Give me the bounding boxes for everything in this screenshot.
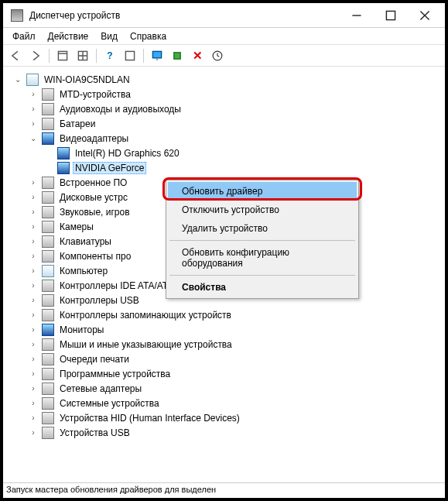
update-icon	[172, 50, 183, 61]
chevron-right-icon[interactable]: ›	[28, 427, 39, 438]
chevron-right-icon[interactable]: ›	[28, 177, 39, 188]
device-icon	[42, 88, 54, 101]
tree-item[interactable]: ›Аудиовходы и аудиовыходы	[6, 101, 442, 116]
tree-item[interactable]: ›Устройства USB	[6, 425, 442, 440]
svg-rect-3	[125, 51, 134, 60]
window-title: Диспетчер устройств	[29, 10, 340, 21]
close-button[interactable]	[408, 5, 442, 26]
network-icon	[42, 383, 54, 395]
svg-rect-0	[386, 11, 395, 19]
display-icon	[57, 162, 70, 174]
chevron-right-icon[interactable]: ›	[28, 324, 39, 335]
chevron-right-icon[interactable]: ›	[28, 89, 39, 100]
tree-item-gpu[interactable]: Intel(R) HD Graphics 620	[6, 146, 442, 160]
svg-rect-1	[58, 51, 67, 60]
tree-item[interactable]: ›Системные устройства	[6, 396, 442, 410]
camera-icon	[42, 221, 54, 233]
svg-rect-5	[174, 52, 180, 58]
chevron-right-icon[interactable]: ›	[28, 236, 39, 247]
tree-item[interactable]: ›Устройства HID (Human Interface Devices…	[6, 410, 442, 425]
tree-root[interactable]: ⌄ WIN-OIA9C5NDLAN	[6, 72, 442, 87]
menubar: Файл Действие Вид Справка	[3, 28, 445, 45]
tree-item-gpu-selected[interactable]: NVIDIA GeForce	[6, 160, 442, 175]
device-icon	[42, 177, 54, 189]
svg-rect-4	[152, 51, 161, 57]
toolbar-button-2[interactable]	[74, 47, 92, 64]
menu-action[interactable]: Действие	[42, 29, 95, 43]
chevron-right-icon[interactable]: ›	[28, 369, 39, 379]
close-icon	[419, 10, 430, 21]
scan-hardware-button[interactable]	[148, 47, 166, 64]
chevron-right-icon[interactable]: ›	[28, 280, 39, 291]
computer-icon	[42, 265, 54, 277]
chevron-right-icon[interactable]: ›	[28, 266, 39, 276]
list-icon	[125, 50, 135, 61]
computer-icon	[26, 74, 39, 86]
toolbar-button-4[interactable]	[121, 47, 139, 64]
chevron-right-icon[interactable]: ›	[28, 207, 39, 218]
context-properties[interactable]: Свойства	[168, 278, 357, 297]
chevron-right-icon[interactable]: ›	[28, 339, 39, 350]
tree-item[interactable]: ›Мониторы	[6, 322, 442, 337]
tree-item[interactable]: ›Сетевые адаптеры	[6, 381, 442, 396]
tree-item[interactable]: ›MTD-устройства	[6, 87, 442, 101]
minimize-button[interactable]	[340, 5, 374, 26]
x-icon: ✕	[193, 49, 203, 63]
tree-item[interactable]: ›Батареи	[6, 116, 442, 131]
monitor-icon	[152, 50, 162, 61]
usb-icon	[42, 294, 54, 307]
help-button[interactable]: ?	[101, 47, 119, 64]
chevron-right-icon[interactable]: ›	[28, 251, 39, 262]
uninstall-button[interactable]: ✕	[188, 47, 207, 64]
maximize-icon	[385, 10, 396, 21]
disable-button[interactable]	[208, 47, 227, 64]
maximize-button[interactable]	[374, 5, 408, 26]
battery-icon	[42, 118, 54, 130]
chevron-down-icon[interactable]: ⌄	[12, 74, 23, 85]
chevron-right-icon[interactable]: ›	[28, 104, 39, 115]
update-driver-button[interactable]	[168, 47, 186, 64]
statusbar: Запуск мастера обновления драйверов для …	[3, 482, 445, 498]
help-icon: ?	[107, 50, 112, 61]
software-icon	[42, 368, 54, 380]
audio-icon	[42, 103, 54, 115]
chevron-right-icon[interactable]: ›	[28, 383, 39, 394]
chevron-right-icon[interactable]: ›	[28, 118, 39, 129]
tree-item[interactable]: ›Контроллеры запоминающих устройств	[6, 307, 442, 322]
toolbar-button-1[interactable]	[53, 47, 72, 64]
sound-icon	[42, 206, 54, 218]
arrow-right-icon	[30, 50, 41, 61]
menu-help[interactable]: Справка	[124, 29, 173, 43]
printer-icon	[42, 353, 54, 365]
tree-item[interactable]: ›Мыши и иные указывающие устройства	[6, 337, 442, 352]
circle-arrow-icon	[212, 50, 223, 61]
menu-file[interactable]: Файл	[6, 29, 42, 43]
back-button[interactable]	[6, 47, 25, 64]
context-update-driver[interactable]: Обновить драйвер	[168, 182, 357, 201]
display-icon	[57, 147, 70, 160]
hid-icon	[42, 412, 54, 424]
chevron-right-icon[interactable]: ›	[28, 398, 39, 409]
tree-item[interactable]: ›Программные устройства	[6, 366, 442, 381]
context-remove-device[interactable]: Удалить устройство	[168, 219, 357, 238]
forward-button[interactable]	[26, 47, 45, 64]
menu-view[interactable]: Вид	[94, 29, 124, 43]
chevron-down-icon[interactable]: ⌄	[28, 133, 39, 144]
chevron-right-icon[interactable]: ›	[28, 354, 39, 365]
monitor-icon	[42, 324, 54, 336]
tree-item-video[interactable]: ⌄Видеоадаптеры	[6, 131, 442, 146]
chevron-right-icon[interactable]: ›	[28, 192, 39, 203]
context-scan-hardware[interactable]: Обновить конфигурацию оборудования	[168, 243, 357, 273]
usb-icon	[42, 427, 54, 439]
mouse-icon	[42, 338, 54, 351]
tree-item[interactable]: ›Очереди печати	[6, 352, 442, 366]
chevron-right-icon[interactable]: ›	[28, 295, 39, 306]
minimize-icon	[351, 10, 362, 21]
chevron-right-icon[interactable]: ›	[28, 221, 39, 232]
app-icon	[11, 9, 23, 22]
ide-icon	[42, 280, 54, 292]
context-disable-device[interactable]: Отключить устройство	[168, 201, 357, 219]
arrow-left-icon	[10, 50, 21, 61]
chevron-right-icon[interactable]: ›	[28, 310, 39, 321]
chevron-right-icon[interactable]: ›	[28, 413, 39, 424]
